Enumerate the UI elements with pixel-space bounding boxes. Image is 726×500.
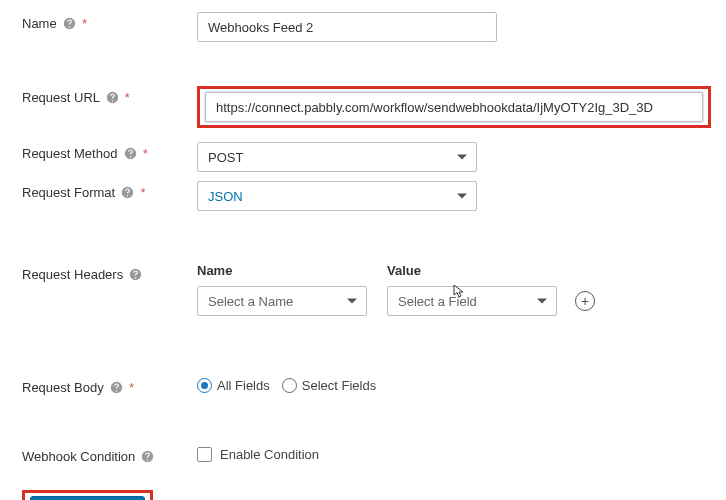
chevron-down-icon — [456, 190, 468, 202]
help-icon[interactable] — [121, 186, 135, 200]
radio-all-fields[interactable]: All Fields — [197, 378, 270, 393]
headers-label: Request Headers — [22, 267, 123, 282]
button-highlight: Update Settings — [22, 490, 153, 500]
required-star: * — [140, 185, 145, 200]
name-input[interactable] — [197, 12, 497, 42]
header-name-value: Select a Name — [208, 294, 293, 309]
format-select[interactable]: JSON — [197, 181, 477, 211]
url-highlight — [197, 86, 711, 128]
header-name-select[interactable]: Select a Name — [197, 286, 367, 316]
radio-select-label: Select Fields — [302, 378, 376, 393]
method-value: POST — [208, 150, 243, 165]
enable-condition-label: Enable Condition — [220, 447, 319, 462]
format-label: Request Format — [22, 185, 115, 200]
radio-icon — [197, 378, 212, 393]
required-star: * — [143, 146, 148, 161]
format-value: JSON — [208, 189, 243, 204]
add-header-button[interactable]: + — [575, 291, 595, 311]
header-value-title: Value — [387, 263, 557, 278]
method-select[interactable]: POST — [197, 142, 477, 172]
checkbox-icon — [197, 447, 212, 462]
help-icon[interactable] — [123, 147, 137, 161]
chevron-down-icon — [536, 295, 548, 307]
header-value-select[interactable]: Select a Field — [387, 286, 557, 316]
help-icon[interactable] — [141, 450, 155, 464]
help-icon[interactable] — [129, 268, 143, 282]
body-label: Request Body — [22, 380, 104, 395]
header-value-value: Select a Field — [398, 294, 477, 309]
help-icon[interactable] — [105, 91, 119, 105]
method-label: Request Method — [22, 146, 117, 161]
required-star: * — [129, 380, 134, 395]
header-name-title: Name — [197, 263, 367, 278]
url-label: Request URL — [22, 90, 100, 105]
enable-condition-check[interactable]: Enable Condition — [197, 447, 319, 462]
chevron-down-icon — [456, 151, 468, 163]
radio-icon — [282, 378, 297, 393]
update-settings-button[interactable]: Update Settings — [30, 496, 145, 500]
required-star: * — [82, 16, 87, 31]
help-icon[interactable] — [62, 17, 76, 31]
chevron-down-icon — [346, 295, 358, 307]
radio-all-label: All Fields — [217, 378, 270, 393]
radio-select-fields[interactable]: Select Fields — [282, 378, 376, 393]
condition-label: Webhook Condition — [22, 449, 135, 464]
name-label: Name — [22, 16, 57, 31]
url-input[interactable] — [205, 92, 703, 122]
required-star: * — [125, 90, 130, 105]
help-icon[interactable] — [109, 381, 123, 395]
